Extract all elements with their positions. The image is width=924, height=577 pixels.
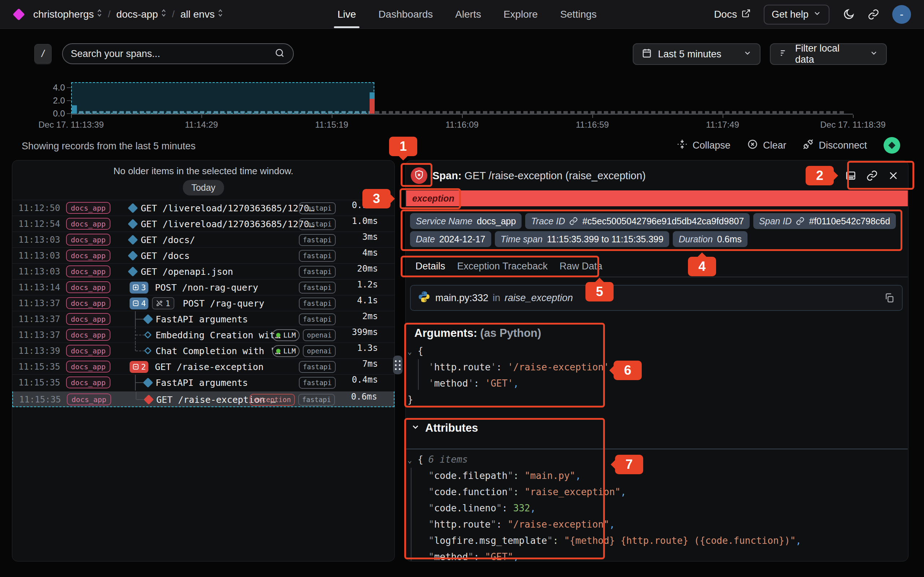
- span-duration: 0.6ms: [351, 392, 377, 402]
- span-row[interactable]: 11:13:03docs_appGET /openapi.jsonfastapi…: [12, 263, 394, 279]
- span-main: GET /openapi.json: [129, 264, 233, 279]
- collapse-chevron-icon[interactable]: ⌄: [407, 452, 418, 469]
- span-main: Embedding Creation wit…: [129, 327, 281, 343]
- code-line: "code.filepath": "main.py",: [406, 468, 907, 484]
- span-meta-row-2: Date2024-12-17Time span11:15:35.399 to 1…: [410, 231, 748, 247]
- breadcrumb-project[interactable]: docs-app: [116, 8, 166, 21]
- nav-item-explore[interactable]: Explore: [504, 0, 538, 29]
- collapse-button[interactable]: Collapse: [677, 139, 730, 152]
- service-badge: docs_app: [66, 377, 110, 388]
- meta-pill-trace-id[interactable]: Trace ID#c5ec5005042796e91d5db42ca9fd980…: [525, 213, 750, 229]
- breadcrumb-env[interactable]: all envs: [181, 8, 223, 21]
- span-name: GET /raise-exception: [155, 362, 263, 372]
- dark-mode-toggle-icon[interactable]: [842, 8, 855, 21]
- code-line: ⌄{: [406, 343, 907, 359]
- filter-local-data-button[interactable]: Filter local data: [770, 43, 887, 65]
- nav-item-dashboards[interactable]: Dashboards: [378, 0, 433, 29]
- chevron-down-icon: [813, 9, 822, 20]
- docs-link[interactable]: Docs: [714, 9, 751, 21]
- nav-item-live[interactable]: Live: [338, 0, 356, 29]
- chevron-updown-icon: [218, 8, 223, 21]
- histogram-mini-bar: [146, 111, 150, 114]
- code-token: ': [428, 378, 434, 389]
- histogram-mini-bar: [813, 111, 817, 114]
- nav-item-settings[interactable]: Settings: [560, 0, 597, 29]
- child-count-badge[interactable]: 4: [129, 298, 149, 309]
- copy-link-icon[interactable]: [866, 170, 878, 181]
- histogram-mini-bar: [611, 111, 615, 114]
- avatar[interactable]: -: [892, 5, 911, 24]
- span-row[interactable]: 11:12:54docs_appGET /livereload/12703636…: [12, 216, 394, 232]
- span-title: Span: GET /raise-exception (raise_except…: [432, 170, 646, 182]
- chart-plot-area[interactable]: [71, 81, 853, 114]
- meta-pill-span-id[interactable]: Span ID#f0110e542c798c6d: [753, 213, 896, 229]
- code-token: ": [468, 551, 474, 561]
- time-selection[interactable]: [71, 82, 374, 114]
- panel-resize-handle[interactable]: [393, 356, 402, 374]
- dock-panel-icon[interactable]: [845, 170, 856, 181]
- today-pill[interactable]: Today: [183, 180, 224, 195]
- tag-label: fastapi: [303, 252, 332, 259]
- live-status-indicator[interactable]: [884, 137, 900, 154]
- code-token: :: [513, 487, 525, 497]
- clear-button[interactable]: Clear: [747, 139, 787, 152]
- span-row[interactable]: 11:13:03docs_appGET /docsfastapi4ms: [12, 247, 394, 263]
- code-token: :: [473, 551, 485, 561]
- histogram-mini-bar: [806, 111, 810, 114]
- share-link-icon[interactable]: [868, 9, 879, 20]
- histogram-mini-bar: [786, 111, 790, 114]
- service-badge: docs_app: [66, 250, 110, 261]
- span-row[interactable]: 11:13:37docs_app41POST /rag-queryfastapi…: [12, 295, 394, 311]
- logfire-logo-icon[interactable]: [13, 8, 25, 21]
- search-input[interactable]: [71, 48, 274, 60]
- code-line: 'http.route': '/raise-exception',: [406, 359, 907, 376]
- span-row[interactable]: 11:13:39docs_appChat Completion with '…L…: [12, 343, 394, 358]
- time-range-button[interactable]: Last 5 minutes: [633, 43, 761, 65]
- copy-icon[interactable]: [884, 292, 895, 303]
- span-duration: 399ms: [352, 327, 378, 337]
- span-main: 41POST /rag-query: [129, 295, 264, 311]
- meta-pill-time-span: Time span11:15:35.399 to 11:15:35.399: [495, 231, 669, 247]
- span-row[interactable]: 11:15:35docs_appGET /raise-exception …ex…: [12, 391, 394, 407]
- get-help-label: Get help: [772, 9, 809, 20]
- child-count-badge[interactable]: 2: [129, 361, 149, 373]
- span-row[interactable]: 11:13:37docs_appEmbedding Creation wit…L…: [12, 327, 394, 343]
- meta-value: 0.6ms: [717, 234, 742, 245]
- span-name: GET /livereload/1270363685/1270…: [141, 219, 315, 229]
- tab-raw-data[interactable]: Raw Data: [559, 261, 603, 272]
- code-line: "logfire.msg_template": "{method} {http.…: [406, 533, 907, 549]
- histogram-mini-bar: [92, 111, 97, 114]
- get-help-button[interactable]: Get help: [764, 5, 829, 24]
- docs-label: Docs: [714, 9, 737, 20]
- histogram-mini-bar: [328, 111, 333, 114]
- span-row[interactable]: 11:13:03docs_appGET /docs/fastapi3ms: [12, 232, 394, 247]
- nav-item-alerts[interactable]: Alerts: [455, 0, 481, 29]
- y-axis-tick: [67, 100, 71, 101]
- span-row[interactable]: 11:13:37docs_appFastAPI argumentsfastapi…: [12, 311, 394, 327]
- slash-shortcut-hint: /: [34, 44, 52, 63]
- service-badge: docs_app: [66, 297, 110, 309]
- close-icon[interactable]: [888, 170, 899, 181]
- child-count-badge[interactable]: 3: [129, 282, 149, 293]
- meta-label: Duration: [678, 234, 713, 245]
- collapse-label: Collapse: [693, 140, 730, 151]
- span-row[interactable]: 11:15:35docs_app2GET /raise-exceptionfas…: [12, 358, 394, 374]
- span-row[interactable]: 11:13:14docs_app3POST /non-rag-queryfast…: [12, 279, 394, 295]
- histogram-mini-bar: [180, 111, 184, 114]
- histogram-mini-bar: [557, 111, 561, 114]
- histogram-mini-bar: [409, 111, 413, 114]
- tag-label: fastapi: [303, 268, 332, 276]
- breadcrumb-org[interactable]: christophergs: [33, 8, 102, 21]
- attributes-heading[interactable]: Attributes: [411, 422, 478, 435]
- histogram-mini-bar: [840, 111, 844, 114]
- disconnect-button[interactable]: Disconnect: [803, 139, 867, 152]
- span-row[interactable]: 11:15:35docs_appFastAPI argumentsfastapi…: [12, 374, 394, 390]
- y-axis-label: 4.0: [43, 82, 65, 93]
- collapse-chevron-icon[interactable]: ⌄: [407, 344, 418, 360]
- tab-exception-traceback[interactable]: Exception Traceback: [457, 261, 548, 272]
- span-row[interactable]: 11:12:50docs_appGET /livereload/12703636…: [12, 200, 394, 216]
- tab-details[interactable]: Details: [415, 261, 446, 272]
- source-location[interactable]: main.py:332 in raise_exception: [410, 285, 903, 311]
- histogram-mini-bar: [523, 111, 528, 114]
- arguments-title: Arguments:: [414, 327, 477, 339]
